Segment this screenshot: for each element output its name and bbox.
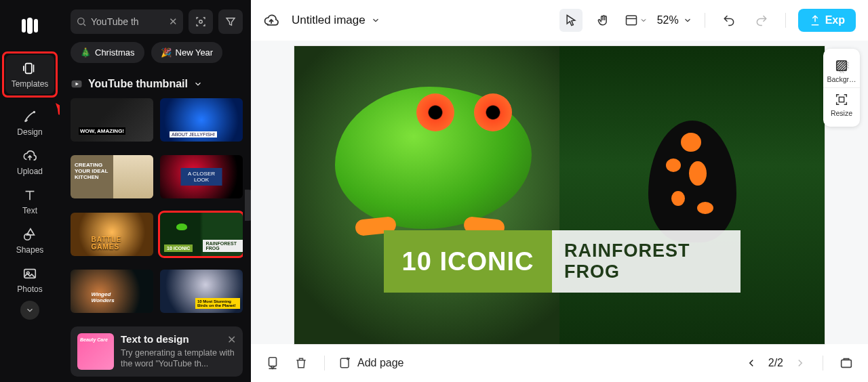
- pages-list-button[interactable]: [263, 354, 282, 373]
- rail-templates-highlight: Templates: [2, 51, 58, 98]
- template-item[interactable]: [160, 98, 243, 142]
- chevron-down-icon: [371, 16, 380, 25]
- chevron-left-icon: [745, 357, 757, 369]
- chevron-right-icon: [794, 357, 806, 369]
- canvas-text-secondary[interactable]: RAINFOREST FROG: [552, 230, 741, 293]
- rail-label: Photos: [17, 284, 42, 294]
- undo-button[interactable]: [717, 9, 741, 32]
- divider: [785, 13, 786, 28]
- left-rail: Templates Design Upload Text Shapes Phot…: [0, 0, 60, 382]
- template-item[interactable]: [71, 155, 153, 198]
- filter-button[interactable]: [218, 9, 243, 34]
- youtube-icon: [71, 78, 83, 90]
- search-box[interactable]: ✕: [71, 9, 183, 34]
- svg-rect-13: [340, 358, 349, 367]
- background-tool[interactable]: Backgr…: [823, 54, 860, 88]
- zoom-control[interactable]: 52%: [657, 14, 692, 26]
- clear-search-icon[interactable]: ✕: [169, 16, 178, 28]
- canvas-viewport[interactable]: 10 ICONIC RAINFOREST FROG: [251, 41, 868, 344]
- delete-page-button[interactable]: [292, 354, 311, 373]
- rail-label: Upload: [17, 167, 43, 176]
- scan-image-button[interactable]: [189, 9, 213, 34]
- next-page-button[interactable]: [791, 354, 809, 372]
- text-to-design-card[interactable]: Text to design Try generating a template…: [71, 326, 243, 377]
- search-row: ✕: [71, 9, 243, 34]
- svg-rect-1: [27, 18, 33, 34]
- chip-row: 🎄Christmas 🎉New Year: [71, 42, 243, 63]
- templates-icon: [22, 60, 38, 77]
- filter-icon: [224, 16, 237, 28]
- canvas-area: 10 ICONIC RAINFOREST FROG Add page: [251, 41, 868, 382]
- svg-rect-15: [842, 360, 852, 367]
- shapes-icon: [22, 226, 38, 242]
- section-header[interactable]: YouTube thumbnail: [71, 78, 243, 90]
- rail-more-button[interactable]: [20, 301, 39, 320]
- upload-icon: [22, 148, 38, 164]
- add-page-icon: [338, 356, 352, 370]
- resize-tool[interactable]: Resize: [823, 88, 860, 121]
- design-icon: [22, 108, 38, 125]
- present-button[interactable]: [837, 354, 856, 373]
- close-icon[interactable]: ✕: [227, 333, 236, 346]
- cloud-save-button[interactable]: [263, 12, 279, 28]
- redo-button[interactable]: [750, 9, 773, 32]
- template-item[interactable]: [160, 155, 243, 198]
- text-icon: [22, 187, 38, 203]
- layout-icon: [625, 14, 638, 27]
- rail-label: Templates: [12, 79, 49, 89]
- add-page-button[interactable]: Add page: [338, 356, 404, 370]
- export-button[interactable]: Exp: [798, 9, 856, 32]
- rail-item-upload[interactable]: Upload: [5, 142, 54, 182]
- rail-label: Shapes: [16, 245, 44, 255]
- template-item[interactable]: [160, 270, 243, 313]
- rail-item-shapes[interactable]: Shapes: [5, 221, 54, 260]
- pager: 2/2: [743, 354, 809, 372]
- svg-rect-17: [839, 97, 844, 102]
- rail-item-photos[interactable]: Photos: [5, 260, 54, 299]
- template-item[interactable]: [71, 98, 153, 142]
- trash-icon: [294, 356, 308, 370]
- template-item[interactable]: [71, 270, 153, 313]
- text-to-design-body: Try generating a template with the word …: [121, 347, 236, 370]
- chip-christmas[interactable]: 🎄Christmas: [71, 42, 144, 63]
- app-logo[interactable]: [18, 14, 42, 38]
- background-icon: [834, 58, 849, 73]
- top-bar: Untitled image 52%: [251, 0, 868, 41]
- template-item-selected[interactable]: 10 ICONIC RAINFOREST FROG: [160, 213, 243, 256]
- redo-icon: [755, 14, 768, 27]
- canvas-text-primary[interactable]: 10 ICONIC: [384, 230, 552, 293]
- rail-label: Design: [17, 127, 42, 137]
- search-input[interactable]: [91, 16, 165, 27]
- template-item[interactable]: [71, 213, 153, 256]
- text-to-design-preview: [77, 333, 114, 370]
- chevron-down-icon: [639, 16, 648, 24]
- hand-tool[interactable]: [592, 9, 615, 32]
- party-icon: 🎉: [161, 47, 172, 58]
- rail-item-text[interactable]: Text: [5, 182, 54, 221]
- main-area: Untitled image 52%: [251, 0, 868, 382]
- document-title[interactable]: Untitled image: [292, 14, 380, 27]
- svg-point-8: [78, 18, 84, 24]
- canvas-frame[interactable]: 10 ICONIC RAINFOREST FROG: [294, 46, 825, 344]
- divider: [324, 356, 325, 370]
- photos-icon: [22, 266, 38, 282]
- export-icon: [809, 14, 821, 26]
- cursor-icon: [564, 14, 578, 27]
- right-tool-strip: Backgr… Resize: [823, 49, 860, 127]
- select-tool[interactable]: [559, 9, 583, 32]
- hand-icon: [597, 14, 610, 27]
- divider: [705, 13, 705, 28]
- pages-stack-icon: [265, 356, 280, 370]
- layout-tool[interactable]: [625, 14, 648, 27]
- chip-new-year[interactable]: 🎉New Year: [151, 42, 223, 63]
- rail-item-templates[interactable]: Templates: [5, 55, 54, 94]
- prev-page-button[interactable]: [743, 354, 760, 372]
- resize-icon: [834, 92, 849, 107]
- rail-item-design[interactable]: Design: [5, 103, 54, 142]
- chevron-down-icon: [683, 16, 692, 25]
- svg-point-9: [199, 20, 203, 24]
- template-grid: 10 ICONIC RAINFOREST FROG: [71, 98, 243, 320]
- rail-label: Text: [22, 206, 37, 215]
- search-icon: [76, 16, 87, 27]
- svg-rect-12: [269, 358, 277, 366]
